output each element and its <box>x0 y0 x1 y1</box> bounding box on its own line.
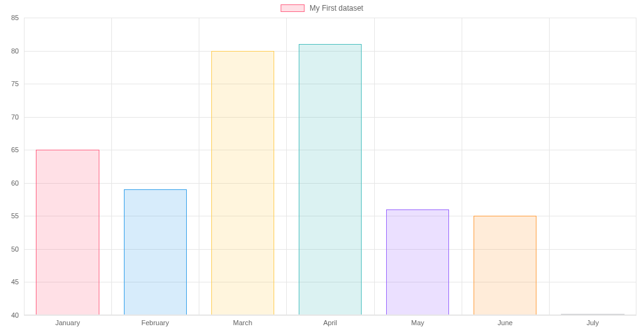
bar-february[interactable] <box>124 189 187 315</box>
y-tick-label: 70 <box>11 113 19 121</box>
y-tick-label: 75 <box>11 80 19 87</box>
y-tick-label: 60 <box>11 179 19 187</box>
bar-june[interactable] <box>474 216 536 315</box>
x-tick-label: March <box>233 319 253 326</box>
x-tick-label: April <box>323 319 337 326</box>
legend-swatch <box>280 4 304 12</box>
x-tick-label: May <box>411 319 425 326</box>
y-tick-label: 85 <box>11 14 19 21</box>
y-tick-label: 65 <box>11 146 19 153</box>
plot-area <box>24 18 636 315</box>
y-tick-label: 45 <box>11 278 19 286</box>
bar-march[interactable] <box>211 51 274 315</box>
bar-chart: My First dataset 40455055606570758085 Ja… <box>0 0 644 334</box>
y-tick-label: 80 <box>11 47 19 55</box>
x-tick-label: July <box>587 319 599 326</box>
bars-layer <box>24 18 636 315</box>
bar-may[interactable] <box>386 209 449 315</box>
x-tick-label: January <box>55 319 80 326</box>
bar-january[interactable] <box>36 150 99 315</box>
chart-legend[interactable]: My First dataset <box>280 4 363 13</box>
bar-april[interactable] <box>299 44 362 315</box>
x-tick-label: June <box>497 319 513 326</box>
y-axis-ticks: 40455055606570758085 <box>0 18 24 315</box>
x-tick-label: February <box>142 319 169 326</box>
y-tick-label: 50 <box>11 245 19 253</box>
legend-label: My First dataset <box>309 4 363 13</box>
y-tick-label: 55 <box>11 212 19 220</box>
x-axis-ticks: JanuaryFebruaryMarchAprilMayJuneJuly <box>24 315 636 334</box>
y-tick-label: 40 <box>11 311 19 319</box>
